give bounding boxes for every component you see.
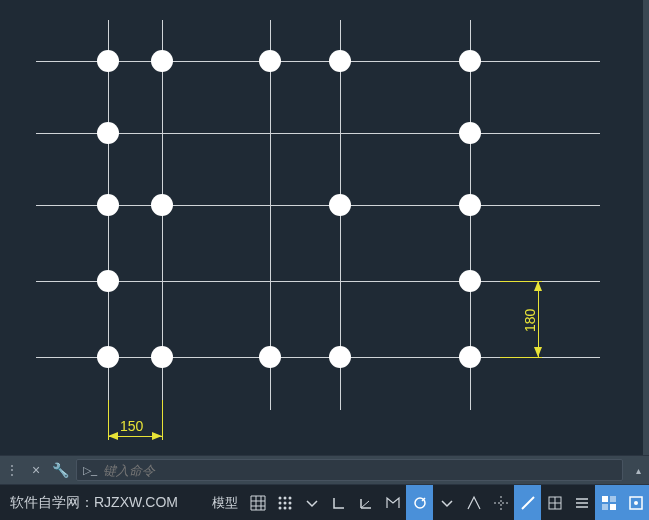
svg-point-5 [288, 501, 291, 504]
svg-rect-11 [602, 496, 608, 502]
ortho-icon[interactable] [325, 485, 352, 520]
grid-node [459, 270, 481, 292]
status-bar: 软件自学网：RJZXW.COM 模型 [0, 485, 649, 520]
command-bar: ⋮ × 🔧 ▷_ ▴ [0, 455, 649, 485]
grid-node [329, 50, 351, 72]
cad-canvas[interactable]: 150 180 [0, 0, 649, 455]
cmd-menu-icon[interactable]: ⋮ [0, 455, 24, 485]
dim-hext2 [162, 400, 163, 440]
watermark-text: 软件自学网：RJZXW.COM [0, 494, 178, 512]
dropdown2-icon[interactable] [433, 485, 460, 520]
quick-properties-icon[interactable] [622, 485, 649, 520]
grid-hline [36, 205, 600, 206]
transparency-icon[interactable] [541, 485, 568, 520]
osnap-icon[interactable] [406, 485, 433, 520]
svg-point-16 [634, 501, 638, 505]
grid-node [459, 122, 481, 144]
grid-node [329, 346, 351, 368]
dim-vext2 [500, 357, 542, 358]
close-icon[interactable]: × [24, 455, 48, 485]
svg-rect-13 [602, 504, 608, 510]
dim-varrow-t [534, 281, 542, 291]
grid-node [97, 122, 119, 144]
dim-vtext: 180 [522, 309, 538, 332]
svg-point-6 [278, 506, 281, 509]
grid-node [97, 50, 119, 72]
lineweight-icon[interactable] [514, 485, 541, 520]
polar-icon[interactable] [352, 485, 379, 520]
grid-node [459, 194, 481, 216]
svg-point-7 [283, 506, 286, 509]
command-input-wrap[interactable]: ▷_ [76, 459, 623, 481]
isodraft-icon[interactable] [379, 485, 406, 520]
svg-point-8 [288, 506, 291, 509]
svg-rect-14 [610, 504, 616, 510]
selection-cycling-icon[interactable] [568, 485, 595, 520]
grid-node [151, 50, 173, 72]
snap-mode-icon[interactable] [271, 485, 298, 520]
grid-node [97, 270, 119, 292]
cmd-caret-icon: ▷_ [83, 464, 97, 477]
svg-point-1 [283, 496, 286, 499]
grid-hline [36, 61, 600, 62]
svg-point-2 [288, 496, 291, 499]
grid-node [459, 50, 481, 72]
grid-node [329, 194, 351, 216]
svg-rect-12 [610, 496, 616, 502]
dynamic-input-icon[interactable] [595, 485, 622, 520]
dim-vline [538, 281, 539, 357]
dim-varrow-b [534, 347, 542, 357]
svg-point-4 [283, 501, 286, 504]
grid-node [259, 346, 281, 368]
wrench-icon[interactable]: 🔧 [48, 455, 72, 485]
grid-hline [36, 133, 600, 134]
dim-harrow-l [108, 432, 118, 440]
grid-node [151, 346, 173, 368]
command-input[interactable] [103, 463, 616, 478]
model-button[interactable]: 模型 [206, 485, 244, 520]
dim-htext: 150 [120, 418, 143, 434]
grid-display-icon[interactable] [244, 485, 271, 520]
grid-node [97, 194, 119, 216]
grid-node [97, 346, 119, 368]
status-buttons: 模型 [206, 485, 649, 520]
svg-point-0 [278, 496, 281, 499]
3dosnap-icon[interactable] [460, 485, 487, 520]
cmd-scroll-up[interactable]: ▴ [627, 465, 649, 476]
dropdown-icon[interactable] [298, 485, 325, 520]
grid-node [259, 50, 281, 72]
otrack-icon[interactable] [487, 485, 514, 520]
grid-node [151, 194, 173, 216]
grid-node [459, 346, 481, 368]
svg-point-3 [278, 501, 281, 504]
dim-harrow-r [152, 432, 162, 440]
scrollbar-right[interactable] [643, 0, 649, 520]
